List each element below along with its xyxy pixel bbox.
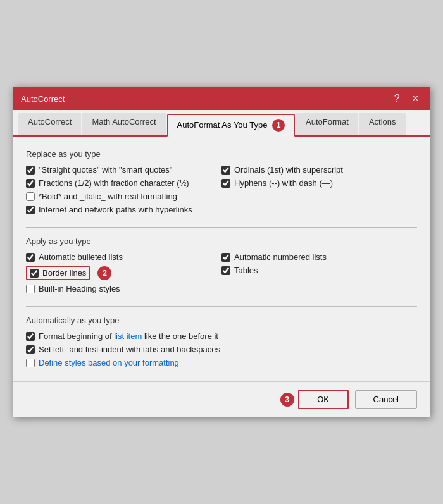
dialog-title: AutoCorrect <box>21 94 65 104</box>
format-list-item-checkbox[interactable] <box>26 332 35 341</box>
straight-quotes-checkbox[interactable] <box>26 166 35 175</box>
internet-paths-checkbox[interactable] <box>26 206 35 214</box>
border-lines-row: Border lines 2 <box>26 266 222 280</box>
list-item: Ordinals (1st) with superscript <box>222 165 417 175</box>
list-item: "Straight quotes" with "smart quotes" <box>26 165 222 175</box>
ordinals-label: Ordinals (1st) with superscript <box>234 165 343 175</box>
tab-autocorrect[interactable]: AutoCorrect <box>18 113 81 135</box>
border-lines-highlight: Border lines <box>26 266 90 280</box>
bulleted-lists-checkbox[interactable] <box>26 253 35 262</box>
fractions-label: Fractions (1/2) with fraction character … <box>39 178 189 188</box>
cancel-button[interactable]: Cancel <box>355 390 417 409</box>
define-styles-checkbox[interactable] <box>26 359 35 367</box>
autocorrect-dialog: AutoCorrect ? × AutoCorrect Math AutoCor… <box>13 87 430 417</box>
replace-section-label: Replace as you type <box>26 149 417 159</box>
badge-3: 3 <box>280 393 294 407</box>
list-item: Automatic bulleted lists <box>26 252 222 262</box>
dialog-content: Replace as you type "Straight quotes" wi… <box>13 137 430 381</box>
set-indent-checkbox[interactable] <box>26 345 35 354</box>
replace-col-right: Ordinals (1st) with superscript Hyphens … <box>222 165 417 218</box>
ordinals-checkbox[interactable] <box>222 166 230 175</box>
title-bar: AutoCorrect ? × <box>13 87 430 110</box>
divider-2 <box>26 306 417 307</box>
help-button[interactable]: ? <box>390 92 404 105</box>
list-item: Set left- and first-indent with tabs and… <box>26 345 417 354</box>
tab-bar: AutoCorrect Math AutoCorrect AutoFormat … <box>13 110 430 137</box>
tab-badge-1: 1 <box>272 119 285 132</box>
numbered-lists-checkbox[interactable] <box>222 253 230 262</box>
list-item: Hyphens (--) with dash (—) <box>222 178 417 188</box>
built-in-heading-label: Built-in Heading styles <box>39 284 120 293</box>
apply-section-columns: Automatic bulleted lists Border lines 2 … <box>26 252 417 297</box>
border-lines-label: Border lines <box>42 268 86 278</box>
ok-wrapper: 3 OK <box>277 390 349 409</box>
define-styles-label: Define styles based on your formatting <box>39 358 179 367</box>
divider-1 <box>26 227 417 228</box>
hyphens-label: Hyphens (--) with dash (—) <box>234 178 333 188</box>
numbered-lists-label: Automatic numbered lists <box>234 252 327 262</box>
hyphens-checkbox[interactable] <box>222 179 230 188</box>
apply-col-left: Automatic bulleted lists Border lines 2 … <box>26 252 222 297</box>
title-bar-controls: ? × <box>390 92 422 105</box>
bold-italic-checkbox[interactable] <box>26 192 35 201</box>
internet-paths-label: Internet and network paths with hyperlin… <box>39 205 192 214</box>
replace-section: Replace as you type "Straight quotes" wi… <box>26 149 417 218</box>
dialog-footer: 3 OK Cancel <box>13 381 430 417</box>
list-item: Built-in Heading styles <box>26 284 222 293</box>
apply-section-label: Apply as you type <box>26 237 417 246</box>
badge-2: 2 <box>97 266 111 280</box>
replace-col-left: "Straight quotes" with "smart quotes" Fr… <box>26 165 222 218</box>
list-item: Format beginning of list item like the o… <box>26 331 417 341</box>
close-button[interactable]: × <box>409 92 422 105</box>
fractions-checkbox[interactable] <box>26 179 35 188</box>
border-lines-checkbox[interactable] <box>30 269 39 278</box>
bulleted-lists-label: Automatic bulleted lists <box>39 252 123 262</box>
tab-autoformat-as-you-type[interactable]: AutoFormat As You Type 1 <box>167 114 295 137</box>
ok-button[interactable]: OK <box>298 390 349 409</box>
tables-checkbox[interactable] <box>222 266 230 275</box>
tab-math-autocorrect[interactable]: Math AutoCorrect <box>82 113 165 135</box>
list-item: Internet and network paths with hyperlin… <box>26 205 222 214</box>
automatically-section: Automatically as you type Format beginni… <box>26 316 417 367</box>
apply-section: Apply as you type Automatic bulleted lis… <box>26 237 417 297</box>
format-list-item-label: Format beginning of list item like the o… <box>39 331 218 341</box>
tables-label: Tables <box>234 266 258 275</box>
list-item: Tables <box>222 266 417 275</box>
replace-section-columns: "Straight quotes" with "smart quotes" Fr… <box>26 165 417 218</box>
list-item: *Bold* and _italic_ with real formatting <box>26 192 222 201</box>
tab-autoformat[interactable]: AutoFormat <box>296 113 358 135</box>
set-indent-label: Set left- and first-indent with tabs and… <box>39 345 220 354</box>
list-item: Define styles based on your formatting <box>26 358 417 367</box>
list-item: Fractions (1/2) with fraction character … <box>26 178 222 188</box>
straight-quotes-label: "Straight quotes" with "smart quotes" <box>39 165 172 175</box>
tab-actions[interactable]: Actions <box>359 113 406 135</box>
automatically-section-label: Automatically as you type <box>26 316 417 325</box>
bold-italic-label: *Bold* and _italic_ with real formatting <box>39 192 177 201</box>
list-item: Automatic numbered lists <box>222 252 417 262</box>
built-in-heading-checkbox[interactable] <box>26 285 35 293</box>
apply-col-right: Automatic numbered lists Tables <box>222 252 417 297</box>
